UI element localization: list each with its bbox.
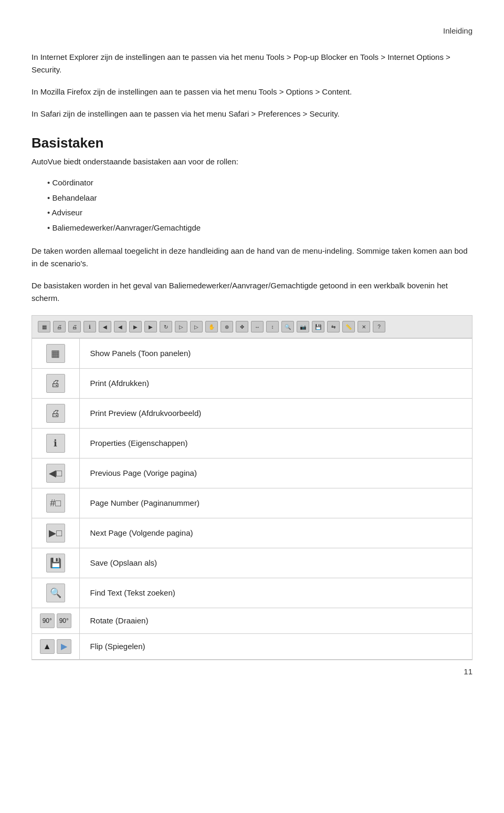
toolbar-icon-print: 🖨 [53, 321, 66, 332]
table-label-cell: Save (Opslaan als) [79, 548, 472, 578]
bullet-list: Coördinator Behandelaar Adviseur Balieme… [47, 175, 472, 235]
post-bullet-paragraph-2: De basistaken worden in het geval van Ba… [32, 279, 472, 305]
table-label-cell: Show Panels (Toon panelen) [79, 339, 472, 369]
toolbar: ▦ 🖨 🖨 ℹ ◀ ◀ ▶ ▶ ↻ ▷ ▷ ✋ ⊕ ✥ ↔ ↕ 🔍 📷 💾 ⇆ … [32, 315, 472, 338]
table-row: ▲▶Flip (Spiegelen) [32, 634, 472, 660]
table-icon-cell: ◀□ [32, 458, 79, 488]
toolbar-icon-zoom: ⊕ [220, 321, 233, 332]
toolbar-icon-help: ? [373, 321, 385, 332]
table-icon-cell: 🖨 [32, 369, 79, 399]
icon-box: 💾 [46, 554, 65, 572]
toolbar-icon-ruler: 📏 [342, 321, 355, 332]
toolbar-icon-panels: ▦ [38, 321, 50, 332]
table-label-cell: Page Number (Paginanummer) [79, 488, 472, 518]
table-row: ℹProperties (Eigenschappen) [32, 429, 472, 458]
icon-box: ▦ [46, 344, 65, 363]
icon-reference-table: ▦Show Panels (Toon panelen)🖨Print (Afdru… [32, 338, 472, 660]
toolbar-icon-camera: 📷 [297, 321, 309, 332]
post-bullet-paragraph-1: De taken worden allemaal toegelicht in d… [32, 245, 472, 270]
table-label-cell: Find Text (Tekst zoeken) [79, 578, 472, 608]
table-row: 🖨Print Preview (Afdrukvoorbeeld) [32, 399, 472, 429]
toolbar-icon-save: 💾 [312, 321, 324, 332]
list-item: Adviseur [47, 205, 472, 221]
section-title: Basistaken [32, 135, 472, 151]
intro-paragraph-3: In Safari zijn de instellingen aan te pa… [32, 108, 472, 120]
section-subtitle: AutoVue biedt onderstaande basistaken aa… [32, 155, 472, 168]
table-row: 🖨Print (Afdrukken) [32, 369, 472, 399]
icon-box: 🖨 [46, 404, 65, 423]
table-row: #□Page Number (Paginanummer) [32, 488, 472, 518]
table-label-cell: Properties (Eigenschappen) [79, 429, 472, 458]
table-icon-cell: 🖨 [32, 399, 79, 429]
icon-box: ▲▶ [40, 639, 71, 654]
toolbar-icon-print2: 🖨 [68, 321, 81, 332]
table-icon-cell: #□ [32, 488, 79, 518]
list-item: Behandelaar [47, 191, 472, 206]
toolbar-icon-search: 🔍 [281, 321, 294, 332]
table-icon-cell: 💾 [32, 548, 79, 578]
table-label-cell: Print (Afdrukken) [79, 369, 472, 399]
table-row: 💾Save (Opslaan als) [32, 548, 472, 578]
table-label-cell: Previous Page (Vorige pagina) [79, 458, 472, 488]
table-label-cell: Rotate (Draaien) [79, 608, 472, 634]
table-row: ▦Show Panels (Toon panelen) [32, 339, 472, 369]
list-item: Baliemedewerker/Aanvrager/Gemachtigde [47, 221, 472, 236]
intro-paragraph-2: In Mozilla Firefox zijn de instellingen … [32, 86, 472, 98]
table-label-cell: Next Page (Volgende pagina) [79, 518, 472, 548]
page-number: 11 [464, 667, 472, 676]
table-row: ▶□Next Page (Volgende pagina) [32, 518, 472, 548]
table-icon-cell: 90°90° [32, 608, 79, 634]
toolbar-icon-next: ▶ [129, 321, 142, 332]
toolbar-icon-flip: ⇆ [327, 321, 340, 332]
table-icon-cell: ℹ [32, 429, 79, 458]
toolbar-icon-arrows2: ↕ [266, 321, 279, 332]
table-row: 90°90°Rotate (Draaien) [32, 608, 472, 634]
intro-paragraph-1: In Internet Explorer zijn de instellinge… [32, 51, 472, 76]
icon-box: ℹ [46, 434, 65, 453]
icon-box: ▶□ [46, 524, 65, 543]
table-icon-cell: ▦ [32, 339, 79, 369]
header-title: Inleiding [443, 26, 472, 35]
icon-box: ◀□ [46, 464, 65, 483]
icon-box: 90°90° [40, 613, 71, 628]
table-icon-cell: 🔍 [32, 578, 79, 608]
toolbar-icon-prev2: ◀ [114, 321, 127, 332]
table-label-cell: Print Preview (Afdrukvoorbeeld) [79, 399, 472, 429]
icon-box: 🔍 [46, 583, 65, 602]
table-row: ◀□Previous Page (Vorige pagina) [32, 458, 472, 488]
toolbar-icon-prev: ◀ [99, 321, 111, 332]
toolbar-icon-next2: ▶ [144, 321, 157, 332]
toolbar-icon-rotate: ↻ [160, 321, 172, 332]
toolbar-icon-move: ✥ [236, 321, 248, 332]
toolbar-icon-arrow: ▷ [175, 321, 187, 332]
table-icon-cell: ▲▶ [32, 634, 79, 660]
table-row: 🔍Find Text (Tekst zoeken) [32, 578, 472, 608]
icon-box: #□ [46, 494, 65, 513]
toolbar-icon-arrow2: ▷ [190, 321, 203, 332]
toolbar-icon-hand: ✋ [205, 321, 218, 332]
icon-box: 🖨 [46, 374, 65, 393]
page-header: Inleiding [32, 21, 472, 35]
toolbar-icon-info: ℹ [83, 321, 96, 332]
toolbar-icon-close: ✕ [358, 321, 370, 332]
list-item: Coördinator [47, 175, 472, 191]
toolbar-icon-arrows: ↔ [251, 321, 264, 332]
table-label-cell: Flip (Spiegelen) [79, 634, 472, 660]
table-icon-cell: ▶□ [32, 518, 79, 548]
